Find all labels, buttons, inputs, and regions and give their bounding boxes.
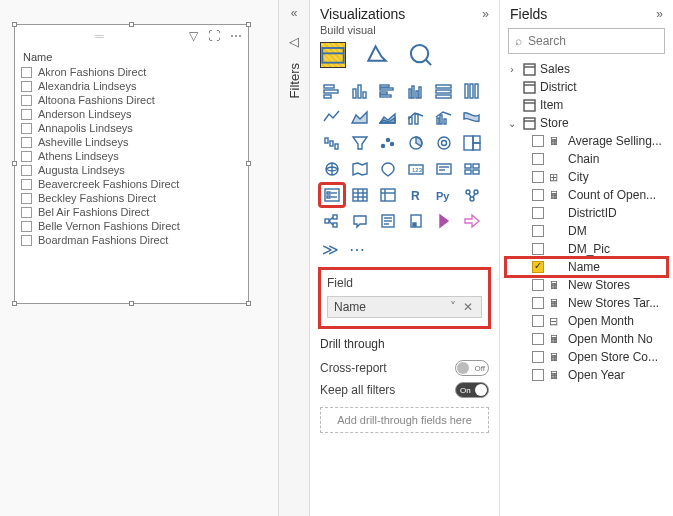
r-visual-icon[interactable]: R (404, 184, 428, 206)
collapse-fields-icon[interactable]: » (656, 7, 663, 21)
checkbox-icon[interactable] (21, 151, 32, 162)
checkbox-icon[interactable] (532, 315, 544, 327)
field-districtid[interactable]: DistrictID (506, 204, 667, 222)
checkbox-icon[interactable] (532, 207, 544, 219)
drag-grip-icon[interactable]: ═ (95, 29, 105, 43)
field-count-of-open-[interactable]: 🖩Count of Open... (506, 186, 667, 204)
search-input[interactable]: ⌕ Search (508, 28, 665, 54)
slicer-item[interactable]: Beckley Fashions Direct (21, 191, 242, 205)
checkbox-icon[interactable] (21, 207, 32, 218)
clustered-column-icon[interactable] (404, 80, 428, 102)
checkbox-icon[interactable] (532, 135, 544, 147)
scatter-icon[interactable] (376, 132, 400, 154)
checkbox-icon[interactable] (532, 153, 544, 165)
filters-pane-collapsed[interactable]: « ◁ Filters (278, 0, 310, 516)
field-new-stores[interactable]: 🖩New Stores (506, 276, 667, 294)
checkbox-icon[interactable] (21, 235, 32, 246)
filter-icon[interactable]: ▽ (189, 29, 198, 43)
table-icon[interactable] (348, 184, 372, 206)
remove-field-icon[interactable]: ✕ (463, 300, 475, 314)
gauge-icon[interactable]: 123 (404, 158, 428, 180)
focus-icon[interactable]: ⛶ (208, 29, 220, 43)
slicer-item[interactable]: Annapolis Lindseys (21, 121, 242, 135)
field-open-year[interactable]: 🖩Open Year (506, 366, 667, 384)
card-icon[interactable] (432, 158, 456, 180)
field-pill-name[interactable]: Name ˅ ✕ (327, 296, 482, 318)
checkbox-icon[interactable] (532, 243, 544, 255)
field-dm[interactable]: DM (506, 222, 667, 240)
combo-column-line-icon[interactable] (404, 106, 428, 128)
format-visual-tab[interactable] (364, 42, 390, 68)
donut-icon[interactable] (432, 132, 456, 154)
checkbox-icon[interactable] (21, 137, 32, 148)
expand-filters-icon[interactable]: « (291, 6, 298, 20)
matrix-icon[interactable] (376, 184, 400, 206)
field-open-month-no[interactable]: 🖩Open Month No (506, 330, 667, 348)
azure-map-icon[interactable] (376, 158, 400, 180)
key-influencers-icon[interactable] (460, 184, 484, 206)
combo-clustered-line-icon[interactable] (432, 106, 456, 128)
checkbox-icon[interactable] (532, 225, 544, 237)
slicer-item[interactable]: Altoona Fashions Direct (21, 93, 242, 107)
slicer-item[interactable]: Athens Lindseys (21, 149, 242, 163)
treemap-icon[interactable] (460, 132, 484, 154)
checkbox-icon[interactable] (532, 279, 544, 291)
hundred-column-icon[interactable] (460, 80, 484, 102)
checkbox-icon[interactable] (532, 351, 544, 363)
ribbon-chart-icon[interactable] (460, 106, 484, 128)
slicer-visual[interactable]: ═ ▽ ⛶ ⋯ Name Akron Fashions DirectAlexan… (14, 24, 249, 304)
filled-map-icon[interactable] (348, 158, 372, 180)
checkbox-icon[interactable] (532, 189, 544, 201)
qna-icon[interactable] (348, 210, 372, 232)
checkbox-icon[interactable] (21, 109, 32, 120)
slicer-item[interactable]: Asheville Lindseys (21, 135, 242, 149)
checkbox-icon[interactable] (21, 67, 32, 78)
slicer-item[interactable]: Bel Air Fashions Direct (21, 205, 242, 219)
field-dm-pic[interactable]: DM_Pic (506, 240, 667, 258)
slicer-item[interactable]: Beavercreek Fashions Direct (21, 177, 242, 191)
line-chart-icon[interactable] (320, 106, 344, 128)
more-visuals-icon[interactable]: ≫ (322, 240, 339, 259)
field-city[interactable]: ⊞City (506, 168, 667, 186)
decomposition-icon[interactable] (320, 210, 344, 232)
checkbox-icon[interactable] (21, 179, 32, 190)
cross-report-toggle[interactable]: Off (455, 360, 489, 376)
clustered-bar-icon[interactable] (376, 80, 400, 102)
pie-icon[interactable] (404, 132, 428, 154)
powerapps-icon[interactable] (432, 210, 456, 232)
field-new-stores-tar-[interactable]: 🖩New Stores Tar... (506, 294, 667, 312)
slicer-visual-icon[interactable] (320, 184, 344, 206)
field-chain[interactable]: Chain (506, 150, 667, 168)
field-average-selling-[interactable]: 🖩Average Selling... (506, 132, 667, 150)
stacked-area-icon[interactable] (376, 106, 400, 128)
checkbox-icon[interactable] (532, 297, 544, 309)
checkbox-icon[interactable] (21, 95, 32, 106)
funnel-icon[interactable] (348, 132, 372, 154)
checkbox-icon[interactable] (21, 81, 32, 92)
stacked-bar-icon[interactable] (320, 80, 344, 102)
field-open-store-co-[interactable]: 🖩Open Store Co... (506, 348, 667, 366)
hundred-bar-icon[interactable] (432, 80, 456, 102)
checkbox-icon[interactable] (21, 123, 32, 134)
python-visual-icon[interactable]: Py (432, 184, 456, 206)
ellipsis-icon[interactable]: ⋯ (349, 240, 365, 259)
checkbox-icon[interactable] (532, 333, 544, 345)
waterfall-icon[interactable] (320, 132, 344, 154)
narrative-icon[interactable] (376, 210, 400, 232)
checkbox-icon[interactable] (21, 165, 32, 176)
report-canvas[interactable]: ═ ▽ ⛶ ⋯ Name Akron Fashions DirectAlexan… (0, 0, 278, 516)
area-chart-icon[interactable] (348, 106, 372, 128)
field-open-month[interactable]: ⊟Open Month (506, 312, 667, 330)
checkbox-icon[interactable] (532, 369, 544, 381)
analytics-tab[interactable] (408, 42, 434, 68)
field-name[interactable]: Name (506, 258, 667, 276)
table-sales[interactable]: ›Sales (506, 60, 667, 78)
checkbox-icon[interactable] (21, 193, 32, 204)
chevron-down-icon[interactable]: ˅ (450, 300, 458, 314)
slicer-item[interactable]: Alexandria Lindseys (21, 79, 242, 93)
slicer-item[interactable]: Belle Vernon Fashions Direct (21, 219, 242, 233)
paginated-icon[interactable] (404, 210, 428, 232)
drill-through-dropzone[interactable]: Add drill-through fields here (320, 407, 489, 433)
checkbox-icon[interactable] (532, 171, 544, 183)
stacked-column-icon[interactable] (348, 80, 372, 102)
